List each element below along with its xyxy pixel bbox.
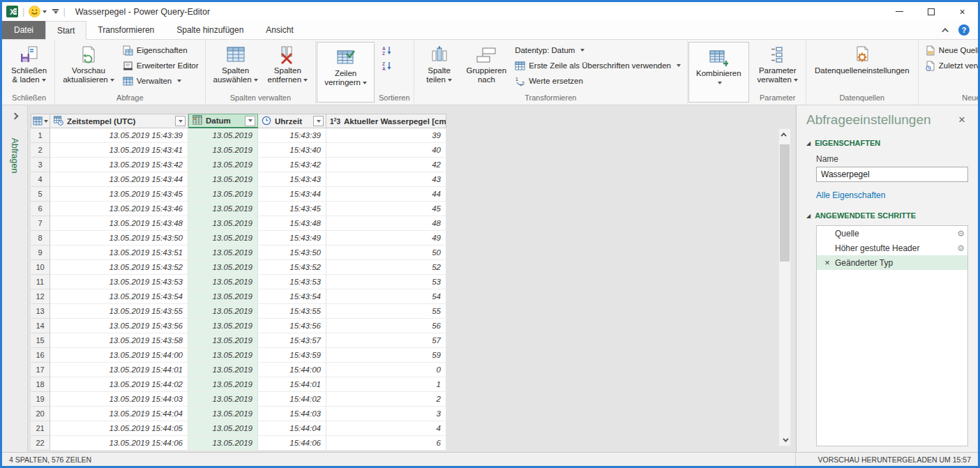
scroll-down-button[interactable] — [779, 435, 790, 446]
row-number[interactable]: 20 — [31, 407, 50, 421]
table-cell[interactable]: 55 — [326, 304, 446, 319]
table-cell[interactable]: 15:43:50 — [258, 246, 326, 260]
table-cell[interactable]: 1 — [326, 377, 446, 392]
reduce-rows-button[interactable]: Zeilen verringern — [320, 44, 371, 87]
table-cell[interactable]: 13.05.2019 15:43:42 — [50, 158, 188, 172]
close-button[interactable]: × — [947, 2, 978, 21]
row-number[interactable]: 2 — [31, 143, 50, 158]
table-cell[interactable]: 15:43:52 — [258, 260, 326, 275]
table-cell[interactable]: 2 — [326, 392, 446, 407]
applied-step[interactable]: Höher gestufte Header⚙ — [817, 241, 967, 255]
column-header-uhrzeit[interactable]: Uhrzeit — [258, 114, 326, 128]
table-cell[interactable]: 13.05.2019 — [188, 333, 258, 348]
use-first-row-as-headers-button[interactable]: Erste Zeile als Überschriften verwenden — [512, 58, 684, 73]
table-cell[interactable]: 13.05.2019 15:43:53 — [50, 275, 188, 289]
applied-step[interactable]: ×Geänderter Typ — [817, 255, 967, 270]
advanced-editor-button[interactable]: Erweiterter Editor — [120, 58, 202, 73]
table-cell[interactable]: 3 — [326, 407, 446, 421]
properties-button[interactable]: Eigenschaften — [120, 43, 202, 58]
tab-spalte-hinzufuegen[interactable]: Spalte hinzufügen — [165, 21, 255, 39]
row-number[interactable]: 17 — [31, 363, 50, 377]
sort-descending-button[interactable]: ZA — [379, 58, 395, 73]
table-cell[interactable]: 40 — [326, 143, 446, 158]
table-cell[interactable]: 13.05.2019 — [188, 319, 258, 333]
table-cell[interactable]: 15:43:42 — [258, 158, 326, 172]
tab-start[interactable]: Start — [45, 21, 86, 40]
table-cell[interactable]: 42 — [326, 158, 446, 172]
table-cell[interactable]: 15:43:45 — [258, 202, 326, 216]
table-cell[interactable]: 44 — [326, 187, 446, 202]
choose-columns-button[interactable]: Spalten auswählen — [209, 41, 262, 84]
table-cell[interactable]: 15:43:49 — [258, 231, 326, 246]
table-cell[interactable]: 15:43:48 — [258, 216, 326, 231]
table-cell[interactable]: 15:44:00 — [258, 363, 326, 377]
table-cell[interactable]: 13.05.2019 — [188, 246, 258, 260]
feedback-smiley-icon[interactable] — [29, 6, 40, 17]
row-number[interactable]: 13 — [31, 304, 50, 319]
table-cell[interactable]: 59 — [326, 348, 446, 363]
applied-step[interactable]: Quelle⚙ — [817, 226, 967, 241]
panel-close-icon[interactable]: × — [956, 113, 968, 127]
table-cell[interactable]: 13.05.2019 — [188, 304, 258, 319]
manage-button[interactable]: Verwalten — [120, 73, 202, 89]
table-cell[interactable]: 15:44:03 — [258, 407, 326, 421]
row-number[interactable]: 1 — [31, 128, 50, 143]
table-cell[interactable]: 13.05.2019 15:44:02 — [50, 377, 188, 392]
row-number[interactable]: 19 — [31, 392, 50, 407]
table-cell[interactable]: 13.05.2019 15:43:39 — [50, 128, 188, 143]
query-name-input[interactable] — [816, 167, 968, 182]
table-cell[interactable]: 13.05.2019 — [188, 289, 258, 304]
tab-ansicht[interactable]: Ansicht — [255, 21, 304, 39]
scroll-up-button[interactable] — [779, 129, 790, 140]
step-settings-gear-icon[interactable]: ⚙ — [957, 243, 965, 253]
table-cell[interactable]: 13.05.2019 — [188, 143, 258, 158]
table-cell[interactable]: 13.05.2019 15:44:01 — [50, 363, 188, 377]
table-cell[interactable]: 52 — [326, 260, 446, 275]
column-header-zeitstempel-utc-[interactable]: Zeitstempel (UTC) — [50, 114, 188, 128]
table-cell[interactable]: 15:43:39 — [258, 128, 326, 143]
tab-datei[interactable]: Datei — [2, 21, 45, 39]
table-cell[interactable]: 13.05.2019 — [188, 202, 258, 216]
smiley-dropdown-caret[interactable] — [43, 10, 47, 13]
table-cell[interactable]: 15:43:56 — [258, 319, 326, 333]
table-cell[interactable]: 56 — [326, 319, 446, 333]
table-cell[interactable]: 13.05.2019 15:44:04 — [50, 407, 188, 421]
table-cell[interactable]: 50 — [326, 246, 446, 260]
group-by-button[interactable]: Gruppieren nach — [462, 41, 511, 84]
tab-transformieren[interactable]: Transformieren — [86, 21, 165, 39]
row-number[interactable]: 21 — [31, 421, 50, 436]
help-icon[interactable]: ? — [958, 24, 970, 36]
new-source-button[interactable]: Neue Quelle — [922, 43, 980, 58]
row-number[interactable]: 8 — [31, 231, 50, 246]
table-cell[interactable]: 15:43:57 — [258, 333, 326, 348]
table-cell[interactable]: 39 — [326, 128, 446, 143]
filter-dropdown-button[interactable] — [175, 116, 186, 126]
table-cell[interactable]: 54 — [326, 289, 446, 304]
table-cell[interactable]: 15:43:59 — [258, 348, 326, 363]
maximize-button[interactable] — [915, 2, 947, 21]
row-number[interactable]: 16 — [31, 348, 50, 363]
data-source-settings-button[interactable]: Datenquelleneinstellungen — [810, 41, 914, 75]
table-cell[interactable]: 13.05.2019 15:43:56 — [50, 319, 188, 333]
row-number[interactable]: 12 — [31, 289, 50, 304]
row-number[interactable]: 3 — [31, 158, 50, 172]
replace-values-button[interactable]: 12 Werte ersetzen — [512, 73, 684, 89]
select-all-corner-button[interactable] — [31, 114, 50, 128]
table-cell[interactable]: 13.05.2019 15:44:03 — [50, 392, 188, 407]
all-properties-link[interactable]: Alle Eigenschaften — [816, 190, 968, 200]
row-number[interactable]: 10 — [31, 260, 50, 275]
table-cell[interactable]: 49 — [326, 231, 446, 246]
table-cell[interactable]: 13.05.2019 — [188, 187, 258, 202]
row-number[interactable]: 9 — [31, 246, 50, 260]
table-cell[interactable]: 13.05.2019 — [188, 275, 258, 289]
column-header-aktueller-wasserpegel-cm-[interactable]: 123Aktueller Wasserpegel [cm] — [326, 114, 446, 128]
table-cell[interactable]: 15:44:06 — [258, 436, 326, 451]
table-cell[interactable]: 53 — [326, 275, 446, 289]
row-number[interactable]: 6 — [31, 202, 50, 216]
table-cell[interactable]: 15:43:43 — [258, 172, 326, 187]
step-settings-gear-icon[interactable]: ⚙ — [957, 229, 965, 239]
table-cell[interactable]: 6 — [326, 436, 446, 451]
vertical-scrollbar[interactable] — [778, 128, 791, 446]
table-cell[interactable]: 13.05.2019 — [188, 377, 258, 392]
split-column-button[interactable]: Spalte teilen — [418, 41, 461, 84]
